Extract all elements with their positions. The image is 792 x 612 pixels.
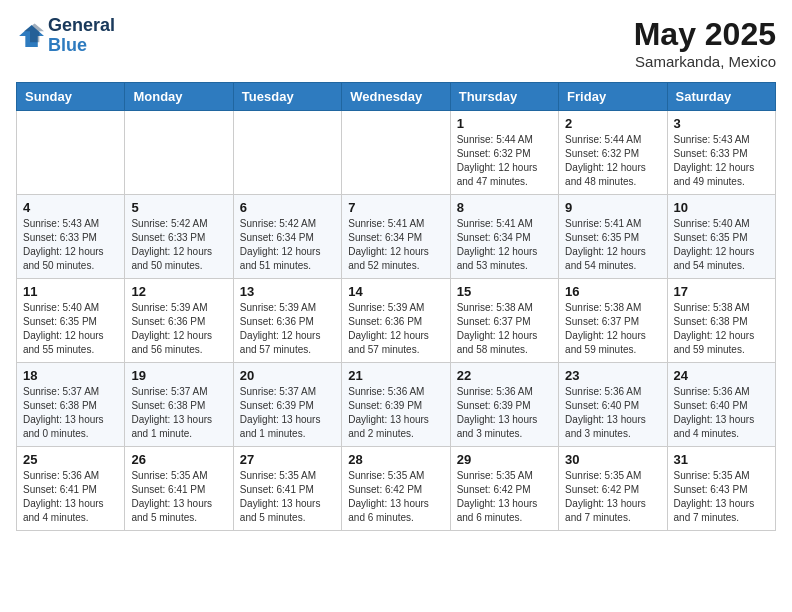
weekday-header-monday: Monday — [125, 83, 233, 111]
calendar-cell: 7Sunrise: 5:41 AM Sunset: 6:34 PM Daylig… — [342, 195, 450, 279]
weekday-header-friday: Friday — [559, 83, 667, 111]
day-number: 23 — [565, 368, 660, 383]
calendar-cell: 5Sunrise: 5:42 AM Sunset: 6:33 PM Daylig… — [125, 195, 233, 279]
calendar-cell: 17Sunrise: 5:38 AM Sunset: 6:38 PM Dayli… — [667, 279, 775, 363]
cell-info: Sunrise: 5:43 AM Sunset: 6:33 PM Dayligh… — [23, 217, 118, 273]
calendar-week-4: 18Sunrise: 5:37 AM Sunset: 6:38 PM Dayli… — [17, 363, 776, 447]
day-number: 13 — [240, 284, 335, 299]
cell-info: Sunrise: 5:39 AM Sunset: 6:36 PM Dayligh… — [348, 301, 443, 357]
calendar-cell: 11Sunrise: 5:40 AM Sunset: 6:35 PM Dayli… — [17, 279, 125, 363]
calendar-cell — [233, 111, 341, 195]
calendar-cell: 15Sunrise: 5:38 AM Sunset: 6:37 PM Dayli… — [450, 279, 558, 363]
calendar-week-5: 25Sunrise: 5:36 AM Sunset: 6:41 PM Dayli… — [17, 447, 776, 531]
cell-info: Sunrise: 5:44 AM Sunset: 6:32 PM Dayligh… — [457, 133, 552, 189]
day-number: 17 — [674, 284, 769, 299]
cell-info: Sunrise: 5:41 AM Sunset: 6:35 PM Dayligh… — [565, 217, 660, 273]
calendar-cell — [17, 111, 125, 195]
calendar-cell: 25Sunrise: 5:36 AM Sunset: 6:41 PM Dayli… — [17, 447, 125, 531]
weekday-header-thursday: Thursday — [450, 83, 558, 111]
calendar-cell: 2Sunrise: 5:44 AM Sunset: 6:32 PM Daylig… — [559, 111, 667, 195]
cell-info: Sunrise: 5:41 AM Sunset: 6:34 PM Dayligh… — [457, 217, 552, 273]
day-number: 11 — [23, 284, 118, 299]
cell-info: Sunrise: 5:38 AM Sunset: 6:37 PM Dayligh… — [457, 301, 552, 357]
calendar-cell: 10Sunrise: 5:40 AM Sunset: 6:35 PM Dayli… — [667, 195, 775, 279]
calendar-cell: 19Sunrise: 5:37 AM Sunset: 6:38 PM Dayli… — [125, 363, 233, 447]
day-number: 19 — [131, 368, 226, 383]
day-number: 30 — [565, 452, 660, 467]
calendar-cell: 16Sunrise: 5:38 AM Sunset: 6:37 PM Dayli… — [559, 279, 667, 363]
cell-info: Sunrise: 5:35 AM Sunset: 6:42 PM Dayligh… — [565, 469, 660, 525]
cell-info: Sunrise: 5:44 AM Sunset: 6:32 PM Dayligh… — [565, 133, 660, 189]
day-number: 21 — [348, 368, 443, 383]
day-number: 3 — [674, 116, 769, 131]
calendar-cell: 14Sunrise: 5:39 AM Sunset: 6:36 PM Dayli… — [342, 279, 450, 363]
calendar-week-3: 11Sunrise: 5:40 AM Sunset: 6:35 PM Dayli… — [17, 279, 776, 363]
cell-info: Sunrise: 5:35 AM Sunset: 6:42 PM Dayligh… — [457, 469, 552, 525]
calendar-cell: 20Sunrise: 5:37 AM Sunset: 6:39 PM Dayli… — [233, 363, 341, 447]
day-number: 12 — [131, 284, 226, 299]
page-header: General Blue May 2025 Samarkanda, Mexico — [16, 16, 776, 70]
calendar-cell: 13Sunrise: 5:39 AM Sunset: 6:36 PM Dayli… — [233, 279, 341, 363]
calendar-cell — [342, 111, 450, 195]
calendar-cell: 23Sunrise: 5:36 AM Sunset: 6:40 PM Dayli… — [559, 363, 667, 447]
calendar-body: 1Sunrise: 5:44 AM Sunset: 6:32 PM Daylig… — [17, 111, 776, 531]
day-number: 20 — [240, 368, 335, 383]
cell-info: Sunrise: 5:35 AM Sunset: 6:41 PM Dayligh… — [240, 469, 335, 525]
calendar-cell: 26Sunrise: 5:35 AM Sunset: 6:41 PM Dayli… — [125, 447, 233, 531]
weekday-header-sunday: Sunday — [17, 83, 125, 111]
cell-info: Sunrise: 5:36 AM Sunset: 6:40 PM Dayligh… — [674, 385, 769, 441]
calendar-cell: 12Sunrise: 5:39 AM Sunset: 6:36 PM Dayli… — [125, 279, 233, 363]
calendar-cell: 27Sunrise: 5:35 AM Sunset: 6:41 PM Dayli… — [233, 447, 341, 531]
calendar: SundayMondayTuesdayWednesdayThursdayFrid… — [16, 82, 776, 531]
day-number: 7 — [348, 200, 443, 215]
weekday-header-saturday: Saturday — [667, 83, 775, 111]
day-number: 14 — [348, 284, 443, 299]
cell-info: Sunrise: 5:41 AM Sunset: 6:34 PM Dayligh… — [348, 217, 443, 273]
day-number: 22 — [457, 368, 552, 383]
day-number: 29 — [457, 452, 552, 467]
cell-info: Sunrise: 5:38 AM Sunset: 6:37 PM Dayligh… — [565, 301, 660, 357]
subtitle: Samarkanda, Mexico — [634, 53, 776, 70]
calendar-week-1: 1Sunrise: 5:44 AM Sunset: 6:32 PM Daylig… — [17, 111, 776, 195]
cell-info: Sunrise: 5:36 AM Sunset: 6:41 PM Dayligh… — [23, 469, 118, 525]
calendar-header: SundayMondayTuesdayWednesdayThursdayFrid… — [17, 83, 776, 111]
cell-info: Sunrise: 5:38 AM Sunset: 6:38 PM Dayligh… — [674, 301, 769, 357]
logo-text: General Blue — [48, 16, 115, 56]
cell-info: Sunrise: 5:36 AM Sunset: 6:40 PM Dayligh… — [565, 385, 660, 441]
day-number: 26 — [131, 452, 226, 467]
day-number: 15 — [457, 284, 552, 299]
calendar-cell: 29Sunrise: 5:35 AM Sunset: 6:42 PM Dayli… — [450, 447, 558, 531]
cell-info: Sunrise: 5:42 AM Sunset: 6:33 PM Dayligh… — [131, 217, 226, 273]
cell-info: Sunrise: 5:37 AM Sunset: 6:39 PM Dayligh… — [240, 385, 335, 441]
day-number: 24 — [674, 368, 769, 383]
calendar-cell: 4Sunrise: 5:43 AM Sunset: 6:33 PM Daylig… — [17, 195, 125, 279]
calendar-cell: 30Sunrise: 5:35 AM Sunset: 6:42 PM Dayli… — [559, 447, 667, 531]
logo-icon — [16, 22, 44, 50]
calendar-week-2: 4Sunrise: 5:43 AM Sunset: 6:33 PM Daylig… — [17, 195, 776, 279]
day-number: 27 — [240, 452, 335, 467]
day-number: 8 — [457, 200, 552, 215]
calendar-cell: 24Sunrise: 5:36 AM Sunset: 6:40 PM Dayli… — [667, 363, 775, 447]
cell-info: Sunrise: 5:35 AM Sunset: 6:43 PM Dayligh… — [674, 469, 769, 525]
day-number: 6 — [240, 200, 335, 215]
cell-info: Sunrise: 5:39 AM Sunset: 6:36 PM Dayligh… — [240, 301, 335, 357]
calendar-cell: 8Sunrise: 5:41 AM Sunset: 6:34 PM Daylig… — [450, 195, 558, 279]
day-number: 16 — [565, 284, 660, 299]
day-number: 5 — [131, 200, 226, 215]
calendar-cell: 3Sunrise: 5:43 AM Sunset: 6:33 PM Daylig… — [667, 111, 775, 195]
day-number: 31 — [674, 452, 769, 467]
day-number: 28 — [348, 452, 443, 467]
logo-line2: Blue — [48, 36, 115, 56]
cell-info: Sunrise: 5:36 AM Sunset: 6:39 PM Dayligh… — [348, 385, 443, 441]
calendar-cell: 21Sunrise: 5:36 AM Sunset: 6:39 PM Dayli… — [342, 363, 450, 447]
day-number: 18 — [23, 368, 118, 383]
cell-info: Sunrise: 5:36 AM Sunset: 6:39 PM Dayligh… — [457, 385, 552, 441]
day-number: 9 — [565, 200, 660, 215]
day-number: 4 — [23, 200, 118, 215]
day-number: 2 — [565, 116, 660, 131]
calendar-cell — [125, 111, 233, 195]
calendar-cell: 28Sunrise: 5:35 AM Sunset: 6:42 PM Dayli… — [342, 447, 450, 531]
day-number: 1 — [457, 116, 552, 131]
cell-info: Sunrise: 5:40 AM Sunset: 6:35 PM Dayligh… — [23, 301, 118, 357]
title-block: May 2025 Samarkanda, Mexico — [634, 16, 776, 70]
